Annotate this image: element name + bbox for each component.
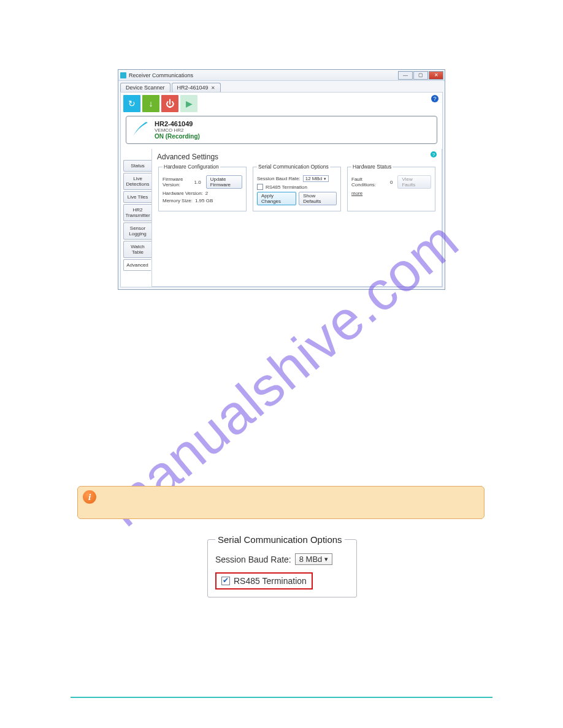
rs485-termination-checkbox[interactable] bbox=[221, 577, 230, 585]
tab-device[interactable]: HR2-461049 ✕ bbox=[172, 83, 221, 92]
receiver-communications-window: Receiver Communications Device Scanner H… bbox=[118, 69, 445, 290]
rs485-termination-checkbox[interactable] bbox=[257, 184, 263, 190]
group-legend: Hardware Configuration bbox=[163, 164, 220, 170]
play-button[interactable]: ▶ bbox=[180, 95, 197, 112]
refresh-button[interactable]: ↻ bbox=[123, 95, 140, 112]
tab-label: HR2-461049 bbox=[177, 85, 209, 91]
fault-conditions-value: 0 bbox=[390, 180, 393, 185]
close-button[interactable] bbox=[429, 71, 443, 80]
settings-help-icon[interactable]: ? bbox=[431, 151, 437, 157]
rs485-termination-label: RS485 Termination bbox=[234, 576, 307, 586]
apply-changes-button[interactable]: Apply Changes bbox=[257, 192, 296, 205]
session-baud-rate-label: Session Baud Rate: bbox=[257, 176, 301, 181]
power-button[interactable]: ⏻ bbox=[161, 95, 178, 112]
serial-communication-options-group: Serial Communication Options Session Bau… bbox=[253, 164, 341, 211]
hardware-version-value: 2 bbox=[205, 191, 208, 196]
sidetab-watch-table[interactable]: Watch Table bbox=[123, 241, 151, 258]
play-icon: ▶ bbox=[186, 99, 193, 108]
refresh-icon: ↻ bbox=[128, 99, 136, 108]
view-faults-button[interactable]: View Faults bbox=[397, 175, 431, 189]
window-title: Receiver Communications bbox=[129, 72, 397, 78]
toolbar: ↻ ↓ ⏻ ▶ bbox=[121, 93, 442, 116]
rs485-termination-label: RS485 Termination bbox=[266, 184, 307, 190]
sidetab-sensor-logging[interactable]: Sensor Logging bbox=[123, 222, 151, 240]
more-link[interactable]: more bbox=[351, 191, 362, 196]
session-baud-rate-select[interactable]: 12 MBd bbox=[303, 175, 329, 182]
advanced-settings-pane: ? Advanced Settings Hardware Configurati… bbox=[151, 149, 442, 287]
rs485-highlight: RS485 Termination bbox=[215, 572, 313, 590]
session-baud-rate-label: Session Baud Rate: bbox=[215, 555, 291, 564]
footer-rule bbox=[71, 697, 492, 698]
info-callout: i bbox=[77, 486, 484, 519]
titlebar: Receiver Communications bbox=[118, 70, 445, 81]
group-legend: Serial Communication Options bbox=[257, 164, 330, 170]
settings-title: Advanced Settings bbox=[157, 153, 437, 161]
group-legend: Hardware Status bbox=[351, 164, 393, 170]
app-icon bbox=[120, 72, 126, 78]
hardware-version-label: Hardware Version: bbox=[163, 191, 203, 196]
tab-close-icon[interactable]: ✕ bbox=[211, 85, 215, 91]
device-status: ON (Recording) bbox=[155, 133, 200, 140]
memory-size-label: Memory Size: bbox=[163, 198, 193, 203]
sidetab-status[interactable]: Status bbox=[123, 160, 151, 172]
tab-label: Device Scanner bbox=[126, 85, 165, 91]
device-model: VEMCO HR2 bbox=[155, 127, 200, 133]
hardware-configuration-group: Hardware Configuration Firmware Version:… bbox=[158, 164, 247, 211]
help-icon[interactable]: ? bbox=[431, 95, 439, 102]
sidetab-hr2-transmitter[interactable]: HR2 Transmitter bbox=[123, 204, 151, 221]
session-baud-rate-select[interactable]: 8 MBd bbox=[295, 553, 333, 565]
sidetab-live-detections[interactable]: Live Detections bbox=[123, 173, 151, 190]
serial-options-fieldset: Serial Communication Options Session Bau… bbox=[207, 534, 357, 597]
update-firmware-button[interactable]: Update Firmware bbox=[206, 175, 242, 189]
download-icon: ↓ bbox=[149, 99, 153, 108]
firmware-version-value: 1.0 bbox=[194, 180, 201, 185]
serial-options-detail: Serial Communication Options Session Bau… bbox=[206, 534, 358, 597]
device-icon bbox=[131, 120, 150, 138]
download-button[interactable]: ↓ bbox=[142, 95, 159, 112]
side-tabs: Status Live Detections Live Tiles HR2 Tr… bbox=[121, 149, 151, 287]
sidetab-advanced[interactable]: Advanced bbox=[123, 259, 151, 271]
fault-conditions-label: Fault Conditions: bbox=[351, 176, 388, 188]
tabbar: Device Scanner HR2-461049 ✕ bbox=[118, 81, 445, 92]
content-area: ? ↻ ↓ ⏻ ▶ HR2-461049 VEMCO HR2 ON (Recor… bbox=[120, 92, 443, 287]
tab-device-scanner[interactable]: Device Scanner bbox=[120, 83, 170, 92]
minimize-button[interactable] bbox=[398, 71, 413, 80]
firmware-version-label: Firmware Version: bbox=[163, 176, 192, 188]
memory-size-value: 1.95 GB bbox=[195, 198, 213, 203]
show-defaults-button[interactable]: Show Defaults bbox=[299, 192, 337, 205]
device-card: HR2-461049 VEMCO HR2 ON (Recording) bbox=[126, 116, 437, 144]
device-name: HR2-461049 bbox=[155, 120, 200, 127]
maximize-button[interactable] bbox=[413, 71, 428, 80]
hardware-status-group: Hardware Status Fault Conditions: 0 View… bbox=[347, 164, 435, 211]
power-icon: ⏻ bbox=[166, 99, 174, 108]
info-icon: i bbox=[83, 490, 96, 504]
serial-options-legend: Serial Communication Options bbox=[215, 534, 345, 545]
sidetab-live-tiles[interactable]: Live Tiles bbox=[123, 191, 151, 203]
